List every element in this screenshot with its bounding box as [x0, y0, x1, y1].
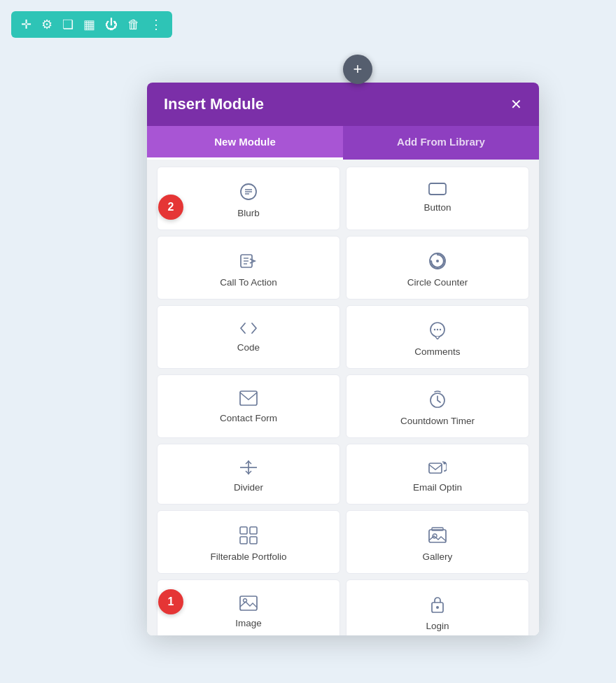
image-icon	[239, 596, 258, 611]
contact-form-label: Contact Form	[220, 413, 277, 423]
badge-2: 2	[158, 195, 183, 220]
button-label: Button	[424, 202, 451, 213]
svg-rect-22	[250, 527, 257, 534]
comments-icon	[428, 321, 447, 339]
badge-1: 1	[158, 589, 183, 614]
module-divider[interactable]: Divider	[157, 444, 340, 505]
divider-label: Divider	[234, 482, 263, 493]
tab-add-from-library[interactable]: Add From Library	[343, 126, 539, 160]
module-comments[interactable]: Comments	[346, 305, 529, 369]
svg-point-13	[437, 329, 438, 330]
svg-rect-25	[429, 530, 446, 542]
filterable-portfolio-label: Filterable Portfolio	[211, 551, 287, 562]
svg-rect-26	[432, 528, 443, 530]
svg-point-10	[436, 260, 439, 262]
code-label: Code	[237, 342, 260, 353]
call-to-action-label: Call To Action	[220, 277, 277, 288]
svg-rect-23	[240, 537, 247, 544]
countdown-timer-label: Countdown Timer	[400, 416, 475, 426]
contact-form-icon	[239, 390, 258, 406]
module-countdown-timer[interactable]: Countdown Timer	[346, 374, 529, 438]
insert-module-modal: Insert Module ✕ New Module Add From Libr…	[147, 83, 539, 635]
svg-point-31	[436, 606, 439, 609]
more-icon[interactable]: ⋮	[150, 17, 162, 32]
email-optin-label: Email Optin	[413, 482, 462, 493]
svg-point-14	[440, 329, 441, 330]
login-label: Login	[426, 621, 449, 631]
call-to-action-icon	[239, 252, 258, 270]
button-icon	[428, 183, 447, 195]
move-icon[interactable]: ✛	[21, 17, 31, 32]
svg-rect-24	[250, 537, 257, 544]
add-module-button[interactable]: +	[343, 55, 372, 84]
close-button[interactable]: ✕	[510, 96, 522, 113]
svg-rect-28	[240, 596, 257, 610]
module-contact-form[interactable]: Contact Form	[157, 374, 340, 438]
module-grid: Blurb Button Call To Actio	[147, 160, 539, 635]
svg-rect-15	[240, 391, 257, 405]
svg-rect-4	[429, 183, 446, 195]
svg-rect-21	[240, 527, 247, 534]
image-label: Image	[235, 618, 262, 628]
circle-counter-icon	[428, 252, 447, 270]
modal-title: Insert Module	[164, 95, 264, 113]
blurb-label: Blurb	[237, 208, 260, 218]
module-gallery[interactable]: Gallery	[346, 510, 529, 574]
module-filterable-portfolio[interactable]: Filterable Portfolio	[157, 510, 340, 574]
gallery-label: Gallery	[423, 551, 453, 562]
login-icon	[430, 596, 445, 614]
countdown-timer-icon	[428, 390, 447, 409]
divider-icon	[239, 460, 258, 475]
modal-tabs: New Module Add From Library	[147, 126, 539, 160]
module-call-to-action[interactable]: Call To Action	[157, 236, 340, 300]
email-optin-icon	[428, 460, 447, 475]
code-icon	[239, 321, 258, 335]
module-email-optin[interactable]: Email Optin	[346, 444, 529, 505]
trash-icon[interactable]: 🗑	[127, 17, 140, 32]
blurb-icon	[239, 183, 258, 201]
svg-point-29	[244, 599, 247, 603]
circle-counter-label: Circle Counter	[407, 277, 468, 288]
module-login[interactable]: Login	[346, 579, 529, 635]
power-icon[interactable]: ⏻	[105, 17, 118, 32]
module-circle-counter[interactable]: Circle Counter	[346, 236, 529, 300]
module-button[interactable]: Button	[346, 167, 529, 230]
tab-new-module[interactable]: New Module	[147, 126, 343, 160]
columns-icon[interactable]: ▦	[83, 17, 95, 32]
modal-header: Insert Module ✕	[147, 83, 539, 126]
svg-rect-20	[429, 463, 442, 473]
module-image[interactable]: Image	[157, 579, 340, 635]
module-blurb[interactable]: Blurb	[157, 167, 340, 230]
comments-label: Comments	[414, 346, 460, 357]
filterable-portfolio-icon	[239, 526, 258, 544]
gallery-icon	[428, 526, 447, 544]
duplicate-icon[interactable]: ❏	[62, 17, 74, 32]
module-code[interactable]: Code	[157, 305, 340, 369]
toolbar: ✛ ⚙ ❏ ▦ ⏻ 🗑 ⋮	[11, 11, 172, 38]
svg-point-12	[434, 329, 435, 330]
settings-icon[interactable]: ⚙	[41, 17, 52, 32]
